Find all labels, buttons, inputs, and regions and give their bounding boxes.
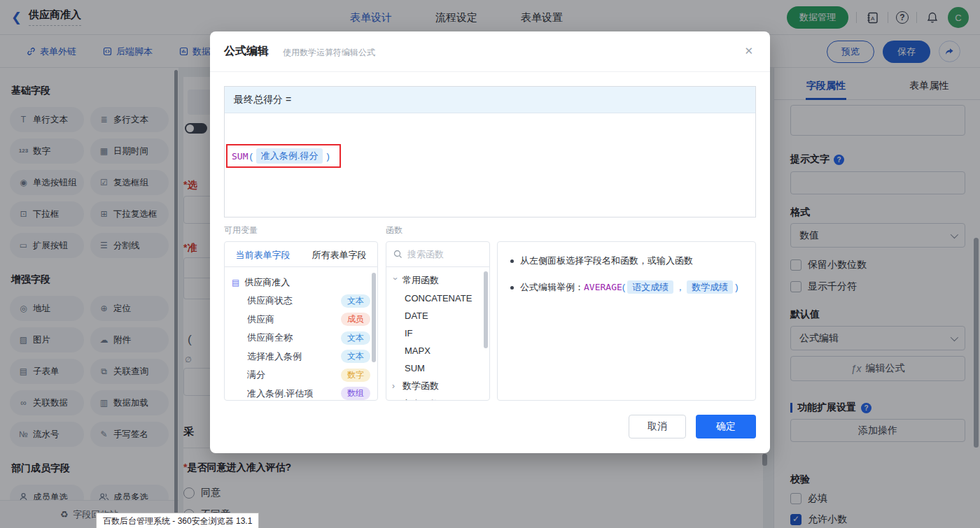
function-search-input[interactable] <box>407 249 477 259</box>
formula-editor[interactable]: 最终总得分 = SUM(准入条例.得分) <box>224 86 756 217</box>
modal-title: 公式编辑 <box>224 44 269 59</box>
function-item-concatenate[interactable]: CONCATENATE <box>386 290 489 307</box>
bullet-icon <box>510 286 514 290</box>
function-group-text[interactable]: ›文本函数 <box>386 395 489 401</box>
type-badge: 成员 <box>341 313 370 326</box>
caret-down-icon: › <box>391 278 400 284</box>
type-badge: 文本 <box>341 350 370 363</box>
variable-row[interactable]: 满分数字 <box>232 366 370 385</box>
help-tip-1: 从左侧面板选择字段名和函数，或输入函数 <box>510 253 743 269</box>
help-pane: 从左侧面板选择字段名和函数，或输入函数 公式编辑举例：AVERAGE(语文成绩，… <box>497 241 756 401</box>
caret-right-icon: › <box>392 381 398 391</box>
close-icon[interactable]: ✕ <box>744 45 753 57</box>
variables-pane: 当前表单字段 所有表单字段 ▤供应商准入 供应商状态文本 供应商成员 供应商全称… <box>224 241 378 401</box>
function-item-if[interactable]: IF <box>386 324 489 342</box>
field-chip[interactable]: 准入条例.得分 <box>256 148 323 164</box>
variable-row[interactable]: 选择准入条例文本 <box>232 348 370 366</box>
cancel-button[interactable]: 取消 <box>629 415 686 438</box>
function-group-common[interactable]: ›常用函数 <box>386 271 489 290</box>
type-badge: 数字 <box>341 369 370 382</box>
type-badge: 文本 <box>341 331 370 345</box>
variable-row[interactable]: 准入条例.评估项数组 <box>232 385 370 401</box>
type-badge: 文本 <box>341 294 370 308</box>
variables-pane-label: 可用变量 <box>224 224 258 236</box>
bullet-icon <box>510 259 514 263</box>
variable-row[interactable]: 供应商成员 <box>232 311 370 329</box>
functions-scrollbar[interactable] <box>484 271 488 348</box>
browser-status-tooltip: 百数后台管理系统 - 360安全浏览器 13.1 <box>96 513 259 528</box>
functions-pane-label: 函数 <box>386 224 402 236</box>
search-icon <box>393 250 402 259</box>
tab-current-form-fields[interactable]: 当前表单字段 <box>225 242 301 266</box>
variables-scrollbar[interactable] <box>372 273 376 362</box>
type-badge: 数组 <box>341 387 370 400</box>
modal-subtitle: 使用数学运算符编辑公式 <box>283 47 375 59</box>
formula-edit-modal: 公式编辑 使用数学运算符编辑公式 ✕ 最终总得分 = SUM(准入条例.得分) … <box>210 31 770 453</box>
example-field-chip: 数学成绩 <box>687 280 733 294</box>
modal-header: 公式编辑 使用数学运算符编辑公式 ✕ <box>210 31 770 72</box>
variable-tree-root[interactable]: ▤供应商准入 <box>232 273 370 292</box>
help-tip-2: 公式编辑举例：AVERAGE(语文成绩，数学成绩) <box>510 280 743 295</box>
formula-expression-highlight[interactable]: SUM(准入条例.得分) <box>226 144 341 168</box>
confirm-button[interactable]: 确定 <box>696 415 756 438</box>
function-item-date[interactable]: DATE <box>386 307 489 324</box>
variable-row[interactable]: 供应商状态文本 <box>232 292 370 311</box>
example-function-name: AVERAGE <box>584 282 622 292</box>
tab-all-form-fields[interactable]: 所有表单字段 <box>301 242 377 266</box>
formula-target: 最终总得分 = <box>225 87 755 113</box>
variable-row[interactable]: 供应商全称文本 <box>232 329 370 348</box>
function-name: SUM <box>232 151 248 162</box>
function-item-mapx[interactable]: MAPX <box>386 342 489 359</box>
functions-pane: ›常用函数 CONCATENATE DATE IF MAPX SUM ›数学函数… <box>386 241 490 401</box>
document-icon: ▤ <box>232 278 239 287</box>
example-field-chip: 语文成绩 <box>627 280 673 294</box>
function-group-math[interactable]: ›数学函数 <box>386 377 489 395</box>
function-item-sum[interactable]: SUM <box>386 359 489 377</box>
caret-right-icon: › <box>392 399 398 401</box>
